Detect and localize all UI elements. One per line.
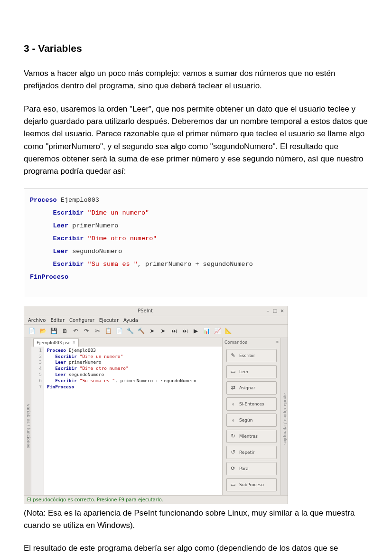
saveas-icon[interactable]: 🗎 — [61, 327, 69, 335]
arrow2-icon[interactable]: ➤ — [159, 327, 167, 335]
command-button-leer[interactable]: ▭Leer — [226, 365, 277, 378]
tab-label: Ejemplo003.psc — [37, 340, 71, 345]
save-icon[interactable]: 💾 — [50, 327, 58, 335]
toolbar: 📄📂💾🗎↶↷✂📋📄🔧🔨➤➤⏭⏭▶📊📈📐 — [24, 325, 288, 338]
code-editor[interactable]: 1234567 Proceso Ejemplo003 Escribir "Dim… — [31, 347, 222, 495]
window-titlebar[interactable]: PSeInt – ⬚ × — [24, 306, 288, 316]
find-icon[interactable]: 🔧 — [126, 327, 134, 335]
menu-bar: Archivo Editar Configurar Ejecutar Ayuda — [24, 316, 288, 325]
command-icon: ↺ — [230, 449, 236, 455]
copy-icon[interactable]: 📋 — [104, 327, 112, 335]
command-icon: ⬨ — [230, 401, 236, 407]
status-bar: El pseudocódigo es correcto. Presione F9… — [24, 495, 288, 504]
command-icon: ⇄ — [230, 385, 236, 391]
section-heading: 3 - Variables — [24, 43, 368, 54]
intro-paragraph-2: Para eso, usaremos la orden "Leer", que … — [24, 103, 368, 178]
side-panel-title: Comandos — [224, 340, 247, 345]
paste-icon[interactable]: 📄 — [115, 327, 123, 335]
command-button-para[interactable]: ⟳Para — [226, 462, 277, 475]
menu-archivo[interactable]: Archivo — [28, 318, 46, 323]
window-close-icon[interactable]: × — [280, 308, 285, 313]
command-label: SubProceso — [239, 482, 264, 487]
command-icon: ▭ — [230, 481, 236, 488]
undo-icon[interactable]: ↶ — [72, 327, 80, 335]
tab-close-icon[interactable]: × — [73, 340, 76, 345]
command-icon: ▭ — [230, 368, 236, 375]
side-panel-expand-icon[interactable]: ⧈ — [276, 339, 279, 345]
open-icon[interactable]: 📂 — [39, 327, 47, 335]
command-icon: ⟳ — [230, 465, 236, 471]
command-button-seg-n[interactable]: ⬨Según — [226, 414, 277, 427]
command-label: Leer — [239, 369, 249, 374]
result-intro-paragraph: El resultado de este programa debería se… — [24, 542, 368, 555]
left-dock-strip[interactable]: variables / funciones — [24, 338, 31, 495]
commands-side-panel: Comandos ⧈ ✎Escribir▭Leer⇄Asignar⬨Si-Ent… — [223, 338, 280, 495]
command-label: Repetir — [239, 450, 254, 455]
code-area[interactable]: Proceso Ejemplo003 Escribir "Dime un num… — [44, 347, 199, 495]
pseint-app-window: PSeInt – ⬚ × Archivo Editar Configurar E… — [24, 306, 288, 504]
window-maximize-icon[interactable]: ⬚ — [272, 308, 278, 313]
command-label: Si-Entonces — [239, 402, 264, 406]
menu-editar[interactable]: Editar — [50, 318, 65, 323]
menu-configurar[interactable]: Configurar — [69, 318, 94, 323]
command-icon: ⬨ — [230, 417, 236, 423]
command-label: Escribir — [239, 353, 255, 358]
command-icon: ✎ — [230, 352, 236, 358]
command-button-asignar[interactable]: ⇄Asignar — [226, 381, 277, 395]
menu-ayuda[interactable]: Ayuda — [123, 318, 138, 323]
command-label: Para — [239, 466, 249, 471]
flow-icon[interactable]: 📐 — [224, 327, 233, 335]
window-title: PSeInt — [138, 308, 153, 313]
editor-tab-row: Ejemplo003.psc × — [31, 338, 222, 347]
new-icon[interactable]: 📄 — [28, 327, 36, 335]
menu-ejecutar[interactable]: Ejecutar — [99, 318, 119, 323]
command-button-repetir[interactable]: ↺Repetir — [226, 446, 277, 459]
cut-icon[interactable]: ✂ — [93, 327, 102, 335]
redo-icon[interactable]: ↷ — [83, 327, 91, 335]
command-label: Según — [239, 418, 252, 423]
intro-paragraph-1: Vamos a hacer algo un poco más complejo:… — [24, 67, 368, 93]
command-button-subproceso[interactable]: ▭SubProceso — [226, 478, 277, 491]
command-label: Asignar — [239, 386, 255, 390]
fix-icon[interactable]: 🔨 — [137, 327, 145, 335]
right-dock-strip[interactable]: ayuda rápida / ejemplos — [280, 338, 288, 495]
pseudocode-block: Proceso Ejemplo003 Escribir "Dime un num… — [24, 188, 368, 297]
note-paragraph: (Nota: Esa es la apariencia de PseInt fu… — [24, 507, 368, 532]
command-icon: ↻ — [230, 433, 236, 439]
command-button-si-entonces[interactable]: ⬨Si-Entonces — [226, 397, 277, 411]
graph-icon[interactable]: 📈 — [214, 327, 222, 335]
command-button-mientras[interactable]: ↻Mientras — [226, 430, 277, 443]
editor-tab[interactable]: Ejemplo003.psc × — [33, 339, 79, 347]
command-button-escribir[interactable]: ✎Escribir — [226, 349, 277, 362]
step2-icon[interactable]: ⏭ — [181, 327, 189, 335]
run-icon[interactable]: ▶ — [192, 327, 200, 335]
chart-icon[interactable]: 📊 — [203, 327, 211, 335]
arrow-icon[interactable]: ➤ — [148, 327, 156, 335]
step-icon[interactable]: ⏭ — [170, 327, 178, 335]
window-minimize-icon[interactable]: – — [265, 308, 271, 313]
line-number-gutter: 1234567 — [31, 347, 44, 495]
command-label: Mientras — [239, 434, 258, 439]
